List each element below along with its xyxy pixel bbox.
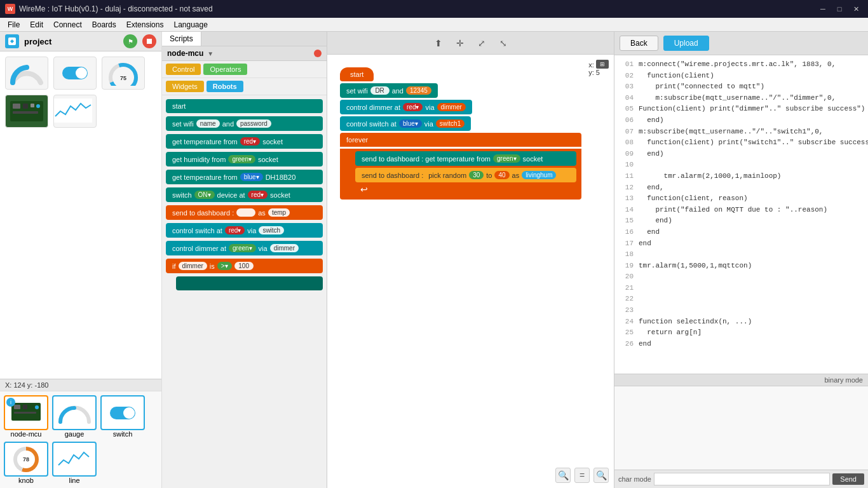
menu-connect[interactable]: Connect: [48, 19, 87, 30]
close-button[interactable]: ✕: [849, 3, 863, 15]
back-button[interactable]: Back: [620, 36, 658, 51]
code-editor[interactable]: 01m:connect("wireme.projects.mrt.ac.lk",…: [614, 55, 868, 374]
block-if-body[interactable]: [176, 276, 323, 290]
sprite-item-gauge[interactable]: gauge: [52, 395, 97, 438]
minimize-button[interactable]: ─: [816, 3, 830, 15]
project-label: project: [24, 37, 118, 46]
svg-rect-8: [31, 104, 34, 107]
canvas-block-control-switch-blue[interactable]: control switch at blue▾ via switch1: [340, 116, 471, 131]
titlebar: W WireMe : IoT Hub(v0.1) - dulaj - disco…: [0, 0, 868, 18]
svg-point-10: [36, 104, 40, 108]
sprite-item-nodemcu[interactable]: i node-mcu: [4, 395, 48, 438]
sprite-label-knob: knob: [18, 477, 34, 484]
node-mcu-label: node-mcu: [167, 49, 203, 58]
category-operators[interactable]: Operators: [203, 64, 247, 75]
tab-scripts[interactable]: Scripts: [162, 32, 201, 46]
scripts-tabs: Scripts: [162, 32, 327, 46]
menu-language[interactable]: Language: [168, 19, 212, 30]
widget-gauge-display: [5, 57, 48, 90]
widget-gauge75-display: 75: [102, 57, 145, 90]
sprite-label-nodemcu: node-mcu: [11, 430, 42, 438]
collapse-icon[interactable]: ⤡: [496, 36, 510, 50]
canvas-block-control-dimmer-red[interactable]: control dimmer at red▾ via dimmer: [340, 100, 472, 114]
send-button[interactable]: Send: [832, 473, 864, 485]
terminal-panel: binary mode char mode Send: [614, 374, 868, 488]
dropdown-arrow-icon: ▼: [207, 50, 214, 57]
code-panel: Back Upload 01m:connect("wireme.projects…: [614, 32, 868, 488]
node-mcu-bar: node-mcu ▼: [162, 46, 327, 61]
upload-icon[interactable]: ⬆: [431, 36, 445, 50]
sprite-label-switch: switch: [113, 430, 133, 438]
menu-edit[interactable]: Edit: [25, 19, 48, 30]
sprites-panel: i node-mcu: [0, 391, 161, 488]
sprite-item-line[interactable]: line: [52, 442, 97, 484]
svg-rect-7: [23, 104, 28, 109]
zoom-fit-button[interactable]: =: [574, 468, 590, 483]
char-mode-label: char mode: [618, 475, 651, 483]
project-icon: [5, 34, 19, 48]
svg-rect-17: [57, 447, 92, 471]
block-get-humidity-green[interactable]: get humidity from green▾ socket: [166, 152, 323, 166]
canvas-grid-icon[interactable]: ⊞: [596, 60, 609, 69]
stage-panel: project ⚑: [0, 32, 162, 488]
menubar: File Edit Connect Boards Extensions Lang…: [0, 18, 868, 32]
canvas-block-send-temp[interactable]: send to dashboard : get temperature from…: [355, 151, 576, 166]
canvas-block-send-random[interactable]: send to dashboard : pick random 30 to 40…: [355, 168, 576, 182]
canvas-block-start[interactable]: start: [340, 67, 374, 81]
blocks-list: start set wifi name and password get tem…: [162, 95, 327, 488]
canvas-block-set-wifi[interactable]: set wifi DR and 12345: [340, 83, 438, 98]
app-icon: W: [5, 4, 15, 14]
zoom-out-button[interactable]: 🔍: [555, 468, 571, 483]
category-control[interactable]: Control: [166, 64, 201, 75]
code-header: Back Upload: [614, 32, 868, 55]
canvas-block-forever[interactable]: forever: [340, 133, 581, 147]
menu-boards[interactable]: Boards: [87, 19, 121, 30]
canvas-toolbar: ⬆ ✛ ⤢ ⤡: [327, 32, 614, 55]
category-robots[interactable]: Robots: [207, 81, 243, 92]
flag-button[interactable]: ⚑: [123, 34, 137, 48]
block-control-dimmer[interactable]: control dimmer at green▾ via dimmer: [166, 241, 323, 255]
terminal-input[interactable]: [654, 473, 830, 485]
expand-icon[interactable]: ⤢: [475, 36, 489, 50]
svg-point-16: [35, 405, 39, 409]
menu-extensions[interactable]: Extensions: [121, 19, 169, 30]
svg-rect-9: [13, 111, 38, 114]
block-start[interactable]: start: [166, 99, 323, 113]
canvas-zoom: 🔍 = 🔍: [555, 468, 609, 483]
canvas-main: x: 22y: 5 start set wifi DR and 12345 co…: [327, 55, 614, 488]
stage-canvas: 75: [0, 51, 161, 379]
canvas-blocks-container: start set wifi DR and 12345 control dimm…: [340, 67, 581, 200]
maximize-button[interactable]: □: [832, 3, 846, 15]
block-switch-device[interactable]: switch ON▾ device at red▾ socket: [166, 187, 323, 202]
svg-rect-13: [14, 405, 20, 409]
widget-mcu-display: [5, 95, 48, 128]
upload-button[interactable]: Upload: [663, 36, 709, 51]
binary-mode-label: binary mode: [824, 376, 863, 384]
block-set-wifi[interactable]: set wifi name and password: [166, 116, 323, 131]
block-get-temp-red[interactable]: get temperature from red▾ socket: [166, 134, 323, 149]
terminal-footer: char mode Send: [614, 470, 868, 488]
sprite-label-gauge: gauge: [65, 430, 85, 438]
svg-rect-6: [13, 104, 20, 109]
canvas-area: ⬆ ✛ ⤢ ⤡ x: 22y: 5 start set wifi DR and …: [327, 32, 614, 488]
categories: Control Operators Widgets Robots: [162, 61, 327, 95]
stop-button[interactable]: [142, 34, 156, 48]
menu-file[interactable]: File: [3, 19, 25, 30]
terminal-content: [614, 386, 868, 470]
block-control-switch[interactable]: control switch at red▾ via switch: [166, 223, 323, 238]
terminal-header: binary mode: [614, 374, 868, 386]
block-send-dashboard[interactable]: send to dashboard : as temp: [166, 205, 323, 220]
sprite-item-knob[interactable]: 78 knob: [4, 442, 48, 484]
canvas-forever-body: send to dashboard : get temperature from…: [340, 149, 581, 200]
category-widgets[interactable]: Widgets: [166, 81, 204, 92]
svg-text:75: 75: [119, 75, 126, 81]
move-icon[interactable]: ✛: [453, 36, 467, 50]
scripts-panel: Scripts node-mcu ▼ Control Operators Wid…: [162, 32, 327, 488]
connection-status-dot: [314, 50, 322, 57]
block-if-dimmer[interactable]: if dimmer is >▾ 100: [166, 259, 323, 273]
block-get-temp-blue[interactable]: get temperature from blue▾ DH18B20: [166, 170, 323, 184]
zoom-in-button[interactable]: 🔍: [593, 468, 609, 483]
sprite-switch-toggle: [110, 407, 135, 419]
sprite-item-switch[interactable]: switch: [100, 395, 145, 438]
stage-header: project ⚑: [0, 32, 161, 51]
